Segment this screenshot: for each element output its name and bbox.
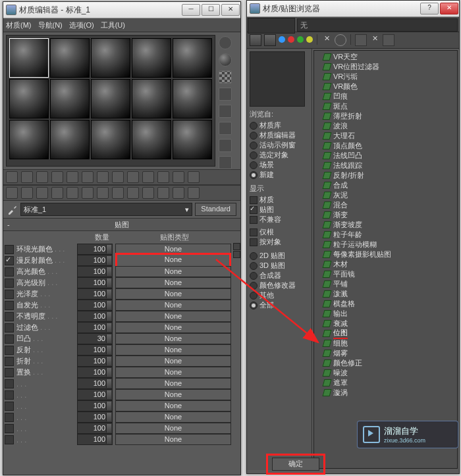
copy-icon[interactable] (67, 171, 78, 183)
make-preview-icon[interactable] (219, 122, 232, 135)
sample-slot[interactable] (173, 38, 212, 78)
tool-icon-k[interactable] (157, 187, 169, 199)
map-slot-button[interactable]: None (115, 400, 231, 411)
tree-item[interactable]: VR天空 (323, 52, 456, 62)
tool-p-icon[interactable] (355, 34, 367, 46)
map-checkbox[interactable] (5, 402, 14, 411)
map-slot-button[interactable]: None (115, 300, 231, 311)
tree-item[interactable]: 平面镜 (323, 269, 456, 279)
map-amount-spinner[interactable]: 100 (77, 378, 113, 389)
maps-rollout-header[interactable]: - 贴图 (3, 218, 240, 231)
map-checkbox[interactable] (5, 413, 14, 422)
map-slot-button[interactable]: None (115, 367, 231, 378)
map-amount-spinner[interactable]: 100 (77, 244, 113, 255)
checkbox-option[interactable]: 仅根 (250, 227, 309, 237)
tree-item[interactable]: 输出 (323, 309, 456, 319)
browser-name-field[interactable]: 无 (297, 18, 458, 32)
tree-item[interactable]: 噪波 (323, 368, 456, 378)
map-checkbox[interactable] (5, 256, 14, 265)
sample-uv-icon[interactable] (219, 88, 232, 101)
radio-option[interactable]: 活动示例窗 (250, 140, 309, 150)
map-checkbox[interactable] (5, 346, 14, 355)
sample-slot[interactable] (132, 79, 171, 119)
map-slot-button[interactable]: None (115, 277, 231, 288)
sample-slot[interactable] (132, 38, 171, 78)
close-button[interactable]: ✕ (221, 4, 240, 16)
menu-material[interactable]: 材质(M) (6, 20, 32, 30)
material-type-button[interactable]: Standard (195, 203, 236, 216)
tree-item[interactable]: 反射/折射 (323, 171, 456, 180)
tool-q-icon[interactable] (383, 34, 394, 46)
map-checkbox[interactable] (5, 334, 14, 344)
tool-icon-c[interactable] (36, 187, 48, 199)
tree-item[interactable]: 烟雾 (323, 348, 456, 358)
sample-type-icon[interactable] (219, 36, 232, 49)
map-amount-spinner[interactable]: 100 (77, 322, 113, 333)
radio-option[interactable]: 选定对象 (250, 150, 309, 160)
sample-slot[interactable] (50, 120, 90, 159)
map-slot-button[interactable]: None (115, 423, 231, 434)
tree-item[interactable]: 法线凹凸 (323, 151, 456, 161)
sample-slot[interactable] (173, 79, 212, 119)
tree-item[interactable]: 棋盘格 (323, 299, 456, 309)
map-amount-spinner[interactable]: 100 (77, 389, 113, 400)
tool-icon-f[interactable] (82, 187, 94, 199)
tool-icon-h[interactable] (112, 187, 124, 199)
map-amount-spinner[interactable]: 100 (77, 434, 113, 445)
tree-item[interactable]: 衰减 (323, 319, 456, 329)
tree-item[interactable]: 斑点 (323, 101, 456, 111)
video-check-icon[interactable] (219, 105, 232, 118)
tree-item[interactable]: VR污垢 (323, 72, 456, 82)
sample-slot[interactable] (91, 38, 130, 78)
map-amount-spinner[interactable]: 100 (77, 411, 113, 423)
tool-o-icon[interactable] (335, 34, 346, 46)
map-slot-button[interactable]: None (115, 333, 231, 344)
tool-icon-a[interactable] (6, 187, 18, 199)
dot-green-icon[interactable] (297, 36, 304, 43)
radio-option[interactable]: 场景 (250, 160, 309, 170)
tree-item[interactable]: 木材 (323, 259, 456, 269)
tree-item[interactable]: 灰泥 (323, 190, 456, 200)
tree-item[interactable]: 粒子年龄 (323, 230, 456, 240)
tree-item[interactable]: 渐变坡度 (323, 220, 456, 230)
tree-item[interactable]: 颜色修正 (323, 358, 456, 368)
material-name-dropdown[interactable]: 标准_1 ▾ (20, 203, 192, 216)
map-slot-button[interactable]: None (115, 288, 231, 300)
sample-slot[interactable] (9, 38, 49, 78)
tree-item[interactable]: 薄壁折射 (323, 111, 456, 121)
map-checkbox[interactable] (5, 267, 14, 277)
map-tree[interactable]: VR天空VR位图过滤器VR污垢VR颜色凹痕斑点薄壁折射波浪大理石顶点颜色法线凹凸… (313, 50, 458, 469)
help-button[interactable]: ? (420, 3, 439, 14)
tree-item[interactable]: 每像素摄影机贴图 (323, 250, 456, 259)
lock-icon[interactable] (233, 251, 240, 258)
menu-navigate[interactable]: 导航(N) (38, 20, 63, 30)
menu-tools[interactable]: 工具(U) (101, 20, 125, 30)
view-list2-icon[interactable] (264, 34, 276, 46)
map-slot-button[interactable]: None (115, 266, 231, 277)
map-slot-button[interactable]: None (115, 356, 231, 367)
tool-icon-e[interactable] (67, 187, 78, 199)
map-checkbox[interactable] (5, 390, 14, 400)
go-parent-icon[interactable] (157, 171, 169, 183)
checkbox-option[interactable]: 贴图 (250, 205, 309, 215)
browser-titlebar[interactable]: 材质/贴图浏览器 ? ✕ (247, 1, 459, 17)
background-icon[interactable] (219, 70, 232, 84)
map-amount-spinner[interactable]: 100 (77, 255, 113, 266)
options-icon[interactable] (219, 139, 232, 152)
tree-item[interactable]: 遮罩 (323, 378, 456, 388)
tree-item[interactable]: 粒子运动模糊 (323, 240, 456, 250)
map-amount-spinner[interactable]: 100 (77, 367, 113, 378)
assign-icon[interactable] (36, 171, 48, 183)
map-amount-spinner[interactable]: 30 (77, 333, 113, 344)
sample-slot[interactable] (9, 120, 49, 159)
tool-icon-g[interactable] (97, 187, 109, 199)
tree-item[interactable]: 漩涡 (323, 388, 456, 398)
make-unique-icon[interactable] (82, 171, 94, 183)
sample-slot[interactable] (50, 38, 90, 78)
map-checkbox[interactable] (5, 435, 14, 444)
material-id-icon[interactable] (112, 171, 124, 183)
show-end-icon[interactable] (142, 171, 154, 183)
map-slot-button[interactable]: None (115, 378, 231, 389)
map-slot-button[interactable]: None (115, 411, 231, 423)
tool-icon-d[interactable] (51, 187, 63, 199)
